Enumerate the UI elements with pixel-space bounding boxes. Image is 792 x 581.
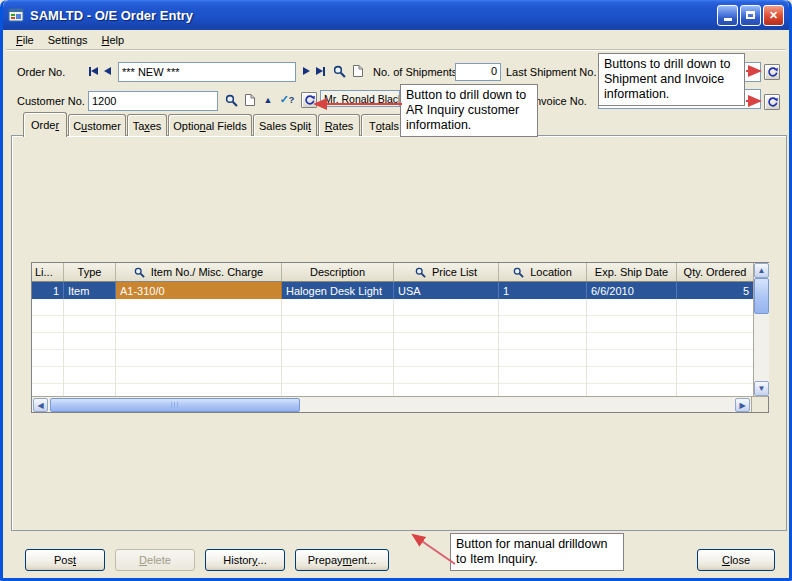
location-col-finder-icon: [513, 267, 524, 278]
grid-header-row: Li... Type Item No./ Misc. Charge Descri…: [32, 263, 753, 282]
customer-inquiry-icon[interactable]: ✓?: [279, 93, 295, 106]
order-finder-icon[interactable]: [332, 64, 346, 78]
menu-settings[interactable]: Settings: [41, 32, 95, 48]
order-entry-window: SAMLTD - O/E Order Entry ✕ File Settings…: [0, 0, 792, 581]
tab-rates[interactable]: Rates: [318, 114, 360, 136]
scroll-left-icon[interactable]: ◀: [33, 398, 48, 412]
cell-location[interactable]: 1: [499, 282, 587, 299]
cell-qty-ordered[interactable]: 5: [677, 282, 753, 299]
order-no-input[interactable]: [118, 62, 296, 82]
grid-row-selected[interactable]: 1 Item A1-310/0 Halogen Desk Light USA 1…: [32, 282, 753, 299]
prepayment-button[interactable]: Prepayment...: [295, 549, 389, 571]
customer-name-box: Mr. Ronald Black: [320, 90, 400, 107]
order-no-label: Order No.: [17, 66, 65, 78]
last-shipment-label: Last Shipment No.: [506, 66, 597, 78]
menu-bar: File Settings Help: [6, 30, 786, 50]
grid-vertical-scrollbar[interactable]: ▲ ▼: [753, 263, 769, 396]
first-record-icon[interactable]: [87, 66, 100, 76]
window-title: SAMLTD - O/E Order Entry: [30, 8, 715, 23]
horizontal-scroll-thumb[interactable]: [50, 398, 300, 412]
menu-file[interactable]: File: [9, 32, 41, 48]
title-bar: SAMLTD - O/E Order Entry ✕: [3, 0, 789, 30]
cell-description[interactable]: Halogen Desk Light: [282, 282, 394, 299]
tab-optional-fields[interactable]: Optional Fields: [168, 114, 252, 136]
vertical-scroll-thumb[interactable]: [754, 278, 769, 314]
next-record-icon[interactable]: [302, 66, 311, 76]
shipments-label: No. of Shipments: [373, 66, 457, 78]
history-button[interactable]: History...: [205, 549, 285, 571]
customer-no-input[interactable]: [88, 91, 218, 111]
customer-drilldown-button[interactable]: [301, 92, 317, 108]
customer-no-label: Customer No.: [17, 95, 85, 107]
cell-exp-ship-date[interactable]: 6/6/2010: [587, 282, 677, 299]
menu-help[interactable]: Help: [95, 32, 132, 48]
tab-order[interactable]: Order: [23, 112, 67, 137]
col-location[interactable]: Location: [499, 263, 587, 281]
col-line[interactable]: Li...: [32, 263, 64, 281]
col-price-list[interactable]: Price List: [394, 263, 499, 281]
callout-ar-inquiry: Button to drill down to AR Inquiry custo…: [400, 84, 538, 137]
price-list-finder-icon: [415, 267, 426, 278]
shipment-drilldown-button[interactable]: [764, 64, 780, 80]
order-lines-grid: Li... Type Item No./ Misc. Charge Descri…: [31, 262, 769, 413]
col-exp-ship-date[interactable]: Exp. Ship Date: [587, 263, 677, 281]
scroll-up-icon[interactable]: ▲: [754, 263, 769, 278]
col-description[interactable]: Description: [282, 263, 394, 281]
customer-zoom-icon[interactable]: ▲: [262, 95, 274, 105]
maximize-button[interactable]: [740, 5, 761, 26]
tab-sales-split[interactable]: Sales Split: [253, 114, 317, 136]
close-icon[interactable]: ✕: [763, 5, 784, 26]
app-icon: [8, 7, 24, 23]
post-button[interactable]: Post: [25, 549, 105, 571]
grid-empty-area[interactable]: [32, 299, 753, 396]
delete-button: Delete: [115, 549, 195, 571]
callout-shipment-invoice: Buttons to drill down to Shipment and In…: [598, 53, 745, 106]
cell-price-list[interactable]: USA: [394, 282, 499, 299]
tab-customer[interactable]: Customer: [68, 114, 126, 136]
scroll-right-icon[interactable]: ▶: [735, 398, 750, 412]
grid-horizontal-scrollbar[interactable]: ◀ ▶: [32, 396, 768, 412]
customer-new-icon[interactable]: [244, 93, 256, 107]
customer-finder-icon[interactable]: [224, 93, 238, 107]
callout-item-inquiry: Button for manual drilldown to Item Inqu…: [450, 533, 624, 571]
order-new-icon[interactable]: [352, 64, 364, 78]
invoice-drilldown-button[interactable]: [764, 94, 780, 110]
cell-type[interactable]: Item: [64, 282, 116, 299]
col-type[interactable]: Type: [64, 263, 116, 281]
previous-record-icon[interactable]: [103, 66, 112, 76]
item-finder-icon: [134, 267, 145, 278]
tab-taxes[interactable]: Taxes: [127, 114, 167, 136]
cell-item-no[interactable]: A1-310/0: [116, 282, 282, 299]
close-button[interactable]: Close: [697, 549, 775, 571]
minimize-button[interactable]: [717, 5, 738, 26]
col-qty-ordered[interactable]: Qty. Ordered: [677, 263, 753, 281]
col-item-no[interactable]: Item No./ Misc. Charge: [116, 263, 282, 281]
cell-line[interactable]: 1: [32, 282, 64, 299]
scroll-down-icon[interactable]: ▼: [754, 381, 769, 396]
shipments-count: 0: [455, 63, 501, 81]
scrollbar-corner: [751, 397, 768, 412]
last-record-icon[interactable]: [314, 66, 327, 76]
